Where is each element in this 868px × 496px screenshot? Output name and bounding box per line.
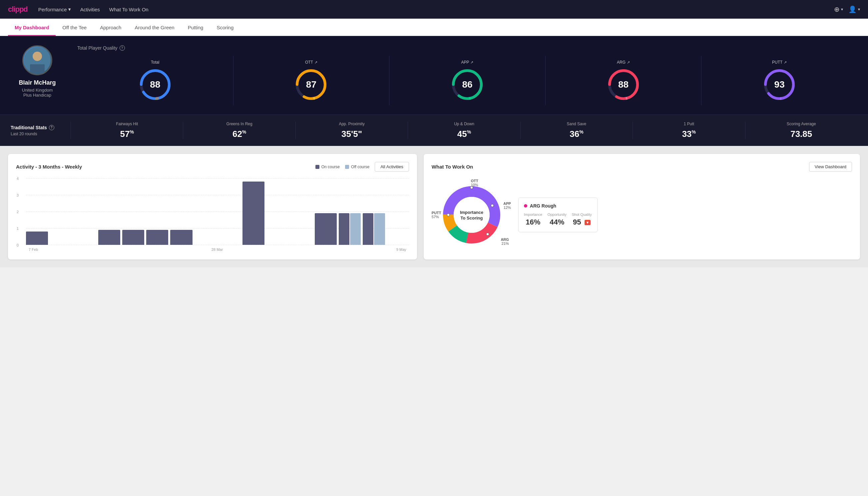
- bar-oncourse: [26, 232, 48, 245]
- bar-empty: [194, 244, 217, 245]
- trad-item-scoring: Scoring Average 73.85: [745, 122, 857, 139]
- trad-gir-label: Greens In Reg: [189, 122, 290, 126]
- circle-arg-value: 88: [618, 79, 629, 90]
- app-logo[interactable]: clippd: [8, 5, 28, 14]
- info-opportunity-label: Opportunity: [548, 213, 567, 217]
- trad-scoring-label: Scoring Average: [751, 122, 852, 126]
- bar-group: [26, 232, 48, 245]
- tab-approach[interactable]: Approach: [93, 19, 128, 36]
- circle-ott-label: OTT ↗: [305, 60, 317, 65]
- bar-offcourse: [350, 213, 361, 245]
- nav-activities[interactable]: Activities: [80, 6, 100, 12]
- nav-what-to-work-on[interactable]: What To Work On: [109, 6, 148, 12]
- grid-label-2: 2: [17, 210, 19, 214]
- x-label-feb: 7 Feb: [29, 248, 38, 251]
- chevron-down-icon: ▾: [68, 6, 71, 12]
- user-icon: 👤: [848, 5, 857, 13]
- svg-point-28: [486, 233, 489, 235]
- activity-card-title: Activity - 3 Months - Weekly: [16, 164, 315, 170]
- trad-fairways-value: 57%: [76, 129, 177, 139]
- bar-oncourse: [122, 230, 144, 245]
- legend-oncourse-dot: [315, 165, 319, 169]
- what-info-card: ARG Rough Importance 16% Opportunity 44%…: [518, 198, 598, 232]
- circle-app-label: APP ↗: [461, 60, 473, 65]
- trad-fairways-label: Fairways Hit: [76, 122, 177, 126]
- grid-label-1: 1: [17, 227, 19, 231]
- x-label-mar: 28 Mar: [211, 248, 223, 251]
- bar-group: [170, 230, 192, 245]
- circle-app: APP ↗ 86: [389, 56, 546, 105]
- bars-container: [26, 178, 409, 245]
- top-nav: clippd Performance ▾ Activities What To …: [0, 0, 868, 19]
- trad-updown-label: Up & Down: [413, 122, 515, 126]
- legend-offcourse-dot: [345, 165, 349, 169]
- trad-item-fairways: Fairways Hit 57%: [70, 122, 183, 139]
- bar-group: [363, 213, 385, 245]
- svg-text:To Scoring: To Scoring: [460, 216, 483, 220]
- add-button[interactable]: ⊕ ▾: [834, 5, 843, 13]
- traditional-stats: Traditional Stats ? Last 20 rounds Fairw…: [0, 114, 868, 146]
- bar-group: [122, 230, 144, 245]
- bar-group: [291, 244, 313, 245]
- view-dashboard-button[interactable]: View Dashboard: [809, 162, 852, 172]
- stats-section: Total Player Quality ? Total 88: [77, 45, 857, 105]
- info-card-header: ARG Rough: [524, 203, 592, 208]
- arrow-icon: ↗: [784, 60, 787, 65]
- tab-my-dashboard[interactable]: My Dashboard: [8, 19, 56, 36]
- bar-group: [267, 244, 288, 245]
- avatar: [22, 45, 52, 75]
- bar-empty: [74, 244, 96, 245]
- trad-updown-value: 45%: [413, 129, 515, 139]
- bar-empty: [291, 244, 313, 245]
- bar-group: [387, 244, 409, 245]
- bar-group: [339, 213, 361, 245]
- circle-arg-svg: 88: [607, 68, 640, 101]
- legend-oncourse: On course: [315, 165, 340, 169]
- nav-items: Performance ▾ Activities What To Work On: [38, 6, 823, 12]
- trad-scoring-value: 73.85: [751, 129, 852, 139]
- bar-group: [219, 244, 240, 245]
- circle-app-value: 86: [462, 79, 472, 90]
- bar-offcourse: [374, 213, 385, 245]
- bar-group: [194, 244, 217, 245]
- info-shotquality-label: Shot Quality: [572, 213, 592, 217]
- what-content: OTT 10% APP 12% ARG 21% PUTT 57%: [432, 178, 852, 251]
- player-country: United Kingdom: [22, 88, 53, 93]
- trad-item-updown: Up & Down 45%: [408, 122, 520, 139]
- trad-sandsave-label: Sand Save: [526, 122, 627, 126]
- circle-ott-svg: 87: [295, 68, 328, 101]
- info-importance-label: Importance: [524, 213, 542, 217]
- bar-empty: [267, 244, 288, 245]
- bar-group: [242, 182, 265, 245]
- trad-label: Traditional Stats ?: [11, 125, 70, 130]
- all-activities-button[interactable]: All Activities: [375, 162, 409, 172]
- chevron-down-icon: ▾: [841, 7, 843, 12]
- tab-putting[interactable]: Putting: [181, 19, 210, 36]
- chevron-down-icon: ▾: [858, 7, 860, 12]
- trad-1putt-label: 1 Putt: [638, 122, 739, 126]
- trad-item-gir: Greens In Reg 62%: [183, 122, 295, 139]
- bar-group: [98, 230, 120, 245]
- info-importance-value: 16%: [524, 218, 542, 227]
- arrow-icon: ↗: [314, 60, 317, 65]
- trad-label-section: Traditional Stats ? Last 20 rounds: [11, 125, 70, 136]
- tab-around-the-green[interactable]: Around the Green: [128, 19, 181, 36]
- what-card-title: What To Work On: [432, 164, 809, 170]
- help-icon[interactable]: ?: [120, 45, 125, 51]
- bar-empty: [219, 244, 240, 245]
- help-icon[interactable]: ?: [49, 125, 54, 130]
- circle-ott-value: 87: [306, 79, 316, 90]
- tab-scoring[interactable]: Scoring: [210, 19, 240, 36]
- nav-performance[interactable]: Performance ▾: [38, 6, 71, 12]
- svg-point-26: [470, 186, 473, 189]
- tab-off-the-tee[interactable]: Off the Tee: [56, 19, 93, 36]
- user-menu[interactable]: 👤 ▾: [848, 5, 860, 13]
- trad-1putt-value: 33%: [638, 129, 739, 139]
- circle-putt-label: PUTT ↗: [772, 60, 787, 65]
- circles-row: Total 88 OTT ↗: [77, 56, 857, 105]
- svg-rect-3: [30, 64, 45, 74]
- trad-item-proximity: App. Proximity 35'5": [296, 122, 408, 139]
- grid-label-4: 4: [17, 176, 19, 181]
- circle-putt-value: 93: [774, 79, 785, 90]
- bar-oncourse: [170, 230, 192, 245]
